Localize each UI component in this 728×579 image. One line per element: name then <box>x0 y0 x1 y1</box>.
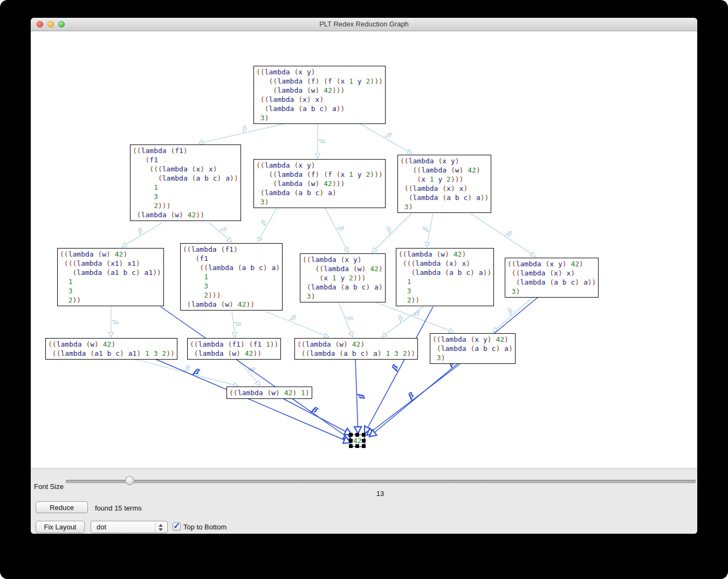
selection-handle[interactable] <box>349 444 353 448</box>
graph-node-c[interactable]: ((lambda (x y) ((lambda (f) (f (x 1 y 2)… <box>253 159 386 208</box>
graph-node-d[interactable]: ((lambda (x y) ((lambda (w) 42) (x 1 y 2… <box>397 155 491 213</box>
screen-background: PLT Redex Reduction Graph ββββββββββββββ… <box>0 0 728 579</box>
fix-layout-button[interactable]: Fix Layout <box>36 521 85 533</box>
graph-node-j[interactable]: ((lambda (w) 42) ((lambda (a1 b c) a1) 1… <box>45 338 177 360</box>
top-to-bottom-label: Top to Bottom <box>183 523 226 531</box>
check-icon: ✓ <box>173 521 180 531</box>
graph-nodes-layer: ((lambda (x y) ((lambda (f) (f (x 1 y 2)… <box>31 31 697 468</box>
selection-handle[interactable] <box>355 433 359 437</box>
reduction-graph-canvas: ββββββββββββββββββββββββββ ((lambda (x y… <box>31 31 697 468</box>
selection-handle[interactable] <box>349 439 353 443</box>
graph-node-a[interactable]: ((lambda (x y) ((lambda (f) (f (x 1 y 2)… <box>253 66 386 124</box>
layout-select-value: dot <box>97 523 106 531</box>
top-to-bottom-checkbox[interactable]: ✓ <box>173 522 181 530</box>
selection-handle[interactable] <box>355 444 359 448</box>
graph-node-i[interactable]: ((lambda (x y) 42) ((lambda (x) x) (lamb… <box>505 258 599 298</box>
selection-handle[interactable] <box>362 433 366 437</box>
window-titlebar[interactable]: PLT Redex Reduction Graph <box>31 18 697 31</box>
app-window: PLT Redex Reduction Graph ββββββββββββββ… <box>31 18 697 534</box>
window-title: PLT Redex Reduction Graph <box>31 20 697 28</box>
graph-node-o-selected[interactable]: 42 <box>351 435 365 447</box>
graph-node-m[interactable]: ((lambda (x y) 42) (lambda (a b c) a) 3) <box>430 333 516 364</box>
font-size-value: 13 <box>66 490 695 498</box>
graph-node-f[interactable]: ((lambda (f1) (f1 ((lambda (a b c) a) 1 … <box>180 243 283 311</box>
popup-stepper-icon <box>155 522 164 532</box>
font-size-slider[interactable] <box>66 476 695 486</box>
status-text: found 15 terms <box>95 504 142 512</box>
control-panel: Font Size 13 Reduce found 15 terms Fix L… <box>31 468 697 534</box>
graph-node-k[interactable]: ((lambda (f1) (f1 1)) (lambda (w) 42)) <box>187 338 281 360</box>
selection-handle[interactable] <box>362 439 366 443</box>
slider-track[interactable] <box>66 480 696 483</box>
graph-node-b[interactable]: ((lambda (f1) (f1 (((lambda (x) x) (lamb… <box>130 144 241 221</box>
graph-node-g[interactable]: ((lambda (x y) ((lambda (w) 42) (x 1 y 2… <box>300 253 386 302</box>
selection-handle[interactable] <box>349 433 353 437</box>
graph-node-l[interactable]: ((lambda (w) 42) ((lambda (a b c) a) 1 3… <box>294 338 418 360</box>
graph-node-n[interactable]: ((lambda (w) 42) 1) <box>226 387 312 399</box>
reduce-button[interactable]: Reduce <box>36 501 88 513</box>
layout-select[interactable]: dot <box>91 521 168 533</box>
graph-node-h[interactable]: ((lambda (w) 42) (((lambda (x) x) (lambd… <box>396 248 494 306</box>
selection-handle[interactable] <box>362 444 366 448</box>
font-size-label: Font Size <box>34 482 64 491</box>
graph-node-e[interactable]: ((lambda (w) 42) (((lambda (x1) x1) (lam… <box>57 248 164 306</box>
slider-thumb[interactable] <box>125 476 134 485</box>
